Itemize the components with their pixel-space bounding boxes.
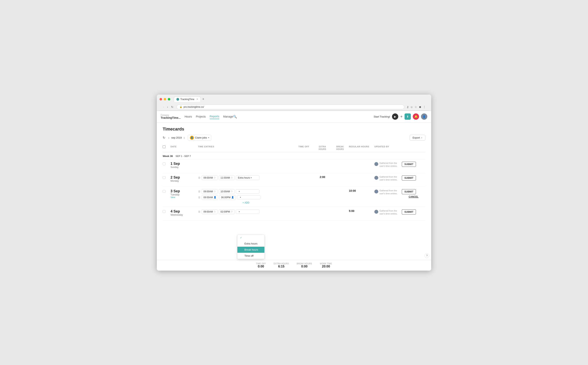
- forward-button[interactable]: ›: [166, 105, 169, 109]
- start-time-input-sep4-1[interactable]: 09:00AM ⏱: [202, 209, 217, 214]
- start-time-value: 09:00AM: [203, 210, 213, 213]
- end-time-input-sep3-1[interactable]: 10:00AM ⏱: [219, 189, 235, 194]
- person-icon-end: 👤: [231, 196, 234, 199]
- cancel-button-sep3[interactable]: CANCEL: [402, 196, 425, 198]
- footer-break-hours-value: 0:00: [297, 265, 312, 268]
- th-time-off: TIME OFF: [294, 145, 314, 150]
- delete-entry-button-sep3-1[interactable]: 🗑: [198, 190, 201, 193]
- clock-icon-start-sep4: ⏱: [214, 211, 216, 213]
- checkbox-sep2[interactable]: [163, 176, 165, 179]
- key-icon[interactable]: ⚷: [407, 105, 409, 109]
- footer-work-time: WORK TIME 20:00: [320, 263, 332, 268]
- back-button[interactable]: ‹: [162, 105, 165, 109]
- tab-close-button[interactable]: ✕: [196, 98, 198, 100]
- start-time-input-sep2-1[interactable]: 09:00AM ⏱: [202, 175, 217, 180]
- submit-button-sep2[interactable]: SUBMIT: [402, 175, 416, 181]
- notification-button[interactable]: 🔔: [413, 113, 419, 120]
- period-prev-button[interactable]: ‹: [168, 136, 170, 140]
- th-regular-hours: REGULAR HOURS: [349, 145, 374, 150]
- dropdown-item-time-off[interactable]: ✓ Time off: [237, 253, 264, 259]
- date-sep3: 3 Sep Tuesday View: [170, 189, 198, 198]
- delete-entry-button[interactable]: 🗑: [198, 176, 201, 179]
- actions-sep2: SUBMIT: [402, 175, 425, 181]
- type-dropdown-sep2-1[interactable]: Extra hours ▾: [236, 175, 259, 180]
- end-time-input-sep3-2[interactable]: 06:00PM 👤: [219, 195, 236, 200]
- tab-title: TrackingTime: [180, 98, 194, 101]
- export-button[interactable]: Export ↑: [410, 135, 425, 140]
- th-updated-by: UPDATED BY: [374, 145, 402, 150]
- record-icon[interactable]: ⏺: [419, 105, 421, 109]
- view-link-sep3[interactable]: View: [170, 196, 198, 198]
- end-time-input-sep2-1[interactable]: 11:00AM ⏱: [219, 175, 235, 180]
- search-button[interactable]: 🔍: [233, 115, 237, 119]
- delete-entry-button-sep4-1[interactable]: 🗑: [198, 210, 201, 213]
- avatar-initials: 👤: [423, 115, 426, 118]
- footer-time-off-value: 0:00: [256, 265, 266, 268]
- nav-reports[interactable]: Reports: [210, 114, 219, 119]
- dropdown-item-extra-hours[interactable]: ✓ Extra hours: [237, 241, 264, 247]
- submit-button-sep3[interactable]: SUBMIT: [402, 189, 416, 194]
- checkbox-sep1[interactable]: [163, 162, 165, 165]
- checkbox-sep4[interactable]: [163, 210, 165, 213]
- day-name-sep3: Tuesday: [170, 193, 198, 196]
- submit-button-sep4[interactable]: SUBMIT: [402, 209, 416, 215]
- start-time-value: 09:00AM: [203, 196, 213, 199]
- maximize-dot[interactable]: [168, 98, 170, 100]
- nav-manage[interactable]: Manage: [223, 114, 233, 119]
- day-name-sep4: Wednesday: [170, 213, 198, 216]
- dropdown-item-blank[interactable]: ✓: [237, 235, 264, 241]
- user-avatar[interactable]: 👤: [421, 113, 427, 120]
- date-sep2: 2 Sep Monday: [170, 175, 198, 182]
- type-dropdown-sep4-1[interactable]: ▾: [236, 210, 259, 214]
- more-icon[interactable]: ⋮: [423, 105, 426, 109]
- close-dot[interactable]: [160, 98, 162, 100]
- clock-icon: ⏱: [214, 177, 216, 179]
- add-button[interactable]: +: [400, 114, 403, 119]
- nav-hours[interactable]: Hours: [185, 114, 192, 119]
- address-bar[interactable]: 🔒 pro.trackingtime.co/: [177, 105, 404, 109]
- day-name-sep1: Sunday: [170, 166, 198, 168]
- new-tab-button[interactable]: +: [202, 97, 204, 101]
- add-entry-button-sep3[interactable]: + ADD: [198, 201, 294, 204]
- updated-avatar-sep2: [374, 176, 378, 180]
- bell-icon: 🔔: [414, 115, 418, 118]
- export-label: Export: [412, 136, 420, 139]
- start-time-input-sep3-1[interactable]: 09:00AM ⏱: [202, 189, 217, 194]
- dropdown-item-break-hours[interactable]: ✓ Break hours: [237, 247, 264, 253]
- day-name-sep2: Monday: [170, 180, 198, 182]
- th-date: DATE: [170, 145, 198, 150]
- help-button[interactable]: ?: [425, 253, 429, 258]
- page-title: Timecards: [163, 126, 425, 132]
- updated-text-sep1: Gathered from the user's time entries.: [379, 162, 402, 168]
- type-label: Extra hours: [238, 176, 250, 179]
- clock-icon-end-sep4: ⏱: [231, 211, 233, 213]
- delete-entry-button-sep3-2[interactable]: 🗑: [198, 196, 201, 199]
- toolbar: ↻ ‹ sep 2019 › 👤 Claire jobs ▾ Export ↑: [163, 135, 425, 141]
- bookmark-icon[interactable]: ☆: [414, 105, 417, 109]
- checkbox-sep3[interactable]: [163, 190, 165, 193]
- play-button[interactable]: ▶: [392, 113, 398, 120]
- period-next-button[interactable]: ›: [183, 136, 185, 140]
- refresh-button[interactable]: ↻: [163, 136, 165, 140]
- end-time-value: 02:00PM: [221, 210, 230, 213]
- nav-projects[interactable]: Projects: [196, 114, 206, 119]
- checkmark-blank: ✓: [240, 236, 243, 239]
- user-selector[interactable]: 👤 Claire jobs ▾: [188, 135, 211, 141]
- select-all-checkbox[interactable]: [163, 145, 165, 148]
- type-dropdown-sep3-2[interactable]: ▾: [237, 195, 260, 199]
- reload-button[interactable]: ↻: [170, 105, 174, 109]
- active-tab[interactable]: TrackingTime ✕: [174, 97, 201, 102]
- lock-icon: 🔒: [180, 105, 182, 108]
- updated-text-sep4: Gathered from the user's time entries.: [379, 209, 402, 216]
- clock-icon-start-sep3-1: ⏱: [214, 190, 216, 193]
- period-label: sep 2019: [171, 136, 182, 139]
- submit-button-sep1[interactable]: SUBMIT: [402, 162, 416, 167]
- period-nav: ‹ sep 2019 ›: [168, 136, 185, 140]
- minimize-dot[interactable]: [164, 98, 166, 100]
- extensions-icon[interactable]: ☺: [410, 105, 413, 109]
- start-time-input-sep3-2[interactable]: 09:00AM 👤: [202, 195, 218, 200]
- end-time-input-sep4-1[interactable]: 02:00PM ⏱: [219, 209, 235, 214]
- download-button[interactable]: ⬇: [405, 113, 411, 120]
- type-dropdown-sep3-1[interactable]: ▾: [236, 189, 259, 194]
- company-name: TrackingTime...: [161, 116, 181, 119]
